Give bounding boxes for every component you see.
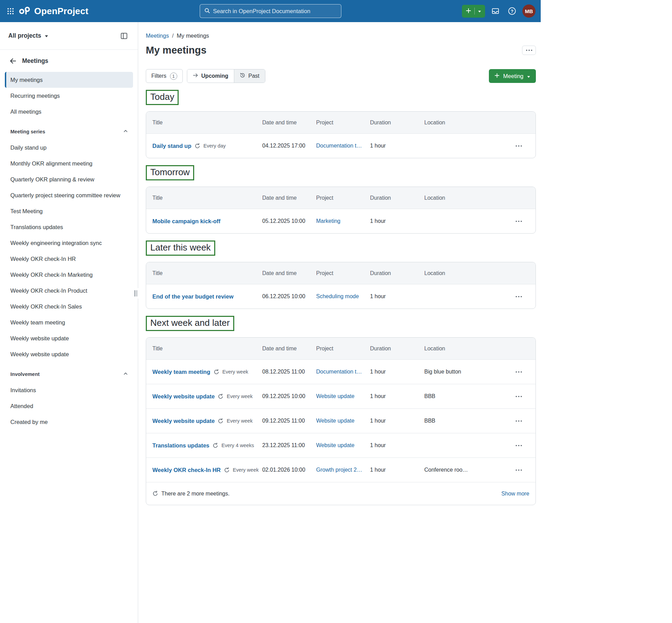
meeting-row: Weekly website updateEvery week09.12.202… <box>146 384 536 408</box>
sidebar-item-created-by-me[interactable]: Created by me <box>0 414 138 430</box>
sidebar-item-weekly-okr-check-in-sales[interactable]: Weekly OKR check-In Sales <box>0 299 138 314</box>
header-actions: ? MB <box>462 4 536 18</box>
row-actions-button[interactable] <box>512 417 525 425</box>
sidebar-item-attended[interactable]: Attended <box>0 398 138 414</box>
breadcrumb-meetings-link[interactable]: Meetings <box>146 32 169 39</box>
meeting-title-link[interactable]: Weekly OKR check-In HR <box>152 467 221 473</box>
table-footer: There are 2 more meetings.Show more <box>146 482 536 505</box>
project-link[interactable]: Growth project 2… <box>316 467 362 473</box>
app-grid-icon[interactable] <box>5 6 16 17</box>
openproject-logo[interactable]: OpenProject <box>19 6 88 17</box>
row-actions-button[interactable] <box>512 218 525 225</box>
meeting-title-link[interactable]: Weekly team meeting <box>152 369 210 375</box>
project-link[interactable]: Marketing <box>316 218 340 224</box>
sidebar-item-weekly-website-update[interactable]: Weekly website update <box>0 346 138 362</box>
openproject-logo-text: OpenProject <box>34 6 88 17</box>
meeting-datetime: 06.12.2025 10:00 <box>262 293 316 300</box>
meetings-table: TitleDate and timeProjectDurationLocatio… <box>146 187 536 234</box>
meeting-row: Weekly OKR check-In HREvery week02.01.20… <box>146 457 536 482</box>
top-header-bar: OpenProject ? MB <box>0 0 541 22</box>
project-selector-row: All projects <box>0 22 138 50</box>
user-avatar[interactable]: MB <box>522 4 536 18</box>
sidebar-item-test-meeting[interactable]: Test Meeting <box>0 203 138 219</box>
recurring-icon <box>212 443 218 449</box>
meeting-actions-cell <box>505 417 529 425</box>
meeting-project-cell: Website update <box>316 418 370 424</box>
meeting-datetime: 02.01.2026 10:00 <box>262 467 316 473</box>
column-header-date-and-time: Date and time <box>262 120 316 126</box>
row-actions-button[interactable] <box>512 142 525 150</box>
row-actions-button[interactable] <box>512 368 525 376</box>
meeting-title-link[interactable]: Daily stand up <box>152 143 191 149</box>
column-header-project: Project <box>316 270 370 276</box>
sidebar-item-weekly-okr-check-in-hr[interactable]: Weekly OKR check-In HR <box>0 251 138 267</box>
row-actions-button[interactable] <box>512 293 525 300</box>
sidebar-item-weekly-okr-check-in-product[interactable]: Weekly OKR check-In Product <box>0 283 138 299</box>
upcoming-past-toggle: Upcoming Past <box>187 69 265 83</box>
breadcrumb-current: My meetings <box>177 32 209 39</box>
meeting-duration: 1 hour <box>370 369 424 375</box>
sidebar-section-involvement[interactable]: Involvement <box>0 366 138 382</box>
sidebar-item-weekly-team-meeting[interactable]: Weekly team meeting <box>0 314 138 330</box>
meeting-title-link[interactable]: End of the year budget review <box>152 293 234 300</box>
inbox-icon[interactable] <box>489 5 502 17</box>
quick-add-button[interactable] <box>462 5 485 18</box>
sidebar-section-meeting-series[interactable]: Meeting series <box>0 124 138 140</box>
sidebar-item-weekly-okr-check-in-marketing[interactable]: Weekly OKR check-In Marketing <box>0 267 138 283</box>
tab-upcoming-label: Upcoming <box>201 73 228 79</box>
filters-button[interactable]: Filters 1 <box>146 69 183 83</box>
meeting-title-link[interactable]: Translations updates <box>152 442 209 449</box>
row-actions-button[interactable] <box>512 466 525 474</box>
sidebar-item-daily-stand-up[interactable]: Daily stand up <box>0 140 138 155</box>
project-link[interactable]: Documentation t… <box>316 143 362 149</box>
caret-down-icon <box>527 73 530 79</box>
project-link[interactable]: Scheduling mode <box>316 293 359 299</box>
collapse-sidebar-icon[interactable] <box>119 30 130 41</box>
caret-down-icon <box>45 32 48 39</box>
recurring-icon <box>214 369 219 375</box>
page-more-actions-button[interactable] <box>522 46 536 55</box>
sidebar-item-monthly-okr-alignment-meeting[interactable]: Monthly OKR alignment meeting <box>0 155 138 171</box>
recurring-icon <box>195 143 200 149</box>
sidebar-item-translations-updates[interactable]: Translations updates <box>0 219 138 235</box>
meeting-title-link[interactable]: Mobile campaign kick-off <box>152 218 220 225</box>
sidebar-item-invitations[interactable]: Invitations <box>0 382 138 398</box>
new-meeting-button[interactable]: Meeting <box>489 69 536 83</box>
meetings-table: TitleDate and timeProjectDurationLocatio… <box>146 111 536 158</box>
tab-upcoming[interactable]: Upcoming <box>187 69 234 83</box>
meetings-table: TitleDate and timeProjectDurationLocatio… <box>146 337 536 505</box>
meeting-project-cell: Growth project 2… <box>316 467 370 473</box>
tab-past[interactable]: Past <box>234 69 265 83</box>
meeting-datetime: 23.12.2025 11:00 <box>262 442 316 449</box>
project-link[interactable]: Website update <box>316 442 354 448</box>
sidebar-item-recurring-meetings[interactable]: Recurring meetings <box>0 88 138 104</box>
project-link[interactable]: Documentation t… <box>316 369 362 375</box>
project-selector[interactable]: All projects <box>8 32 48 39</box>
sidebar-menu: My meetingsRecurring meetingsAll meeting… <box>0 72 138 120</box>
meeting-duration: 1 hour <box>370 293 424 300</box>
sidebar-item-all-meetings[interactable]: All meetings <box>0 104 138 120</box>
back-arrow-icon[interactable] <box>9 57 17 65</box>
sidebar-item-weekly-engineering-integration-sync[interactable]: Weekly engineering integration sync <box>0 235 138 251</box>
sidebar-item-weekly-website-update[interactable]: Weekly website update <box>0 330 138 346</box>
project-link[interactable]: Website update <box>316 393 354 399</box>
sidebar-item-my-meetings[interactable]: My meetings <box>5 72 133 88</box>
project-link[interactable]: Website update <box>316 418 354 424</box>
row-actions-button[interactable] <box>512 393 525 400</box>
global-search-input[interactable] <box>213 8 337 15</box>
toolbar: Filters 1 Upcoming Past <box>146 69 536 83</box>
meeting-title-link[interactable]: Weekly website update <box>152 418 215 424</box>
app-window: OpenProject ? MB <box>0 0 541 623</box>
help-icon[interactable]: ? <box>506 5 518 17</box>
row-actions-button[interactable] <box>512 442 525 449</box>
meeting-datetime: 05.12.2025 10:00 <box>262 218 316 224</box>
recurring-frequency: Every week <box>233 467 259 473</box>
recurring-frequency: Every week <box>227 418 253 424</box>
sidebar-sections: Meeting seriesDaily stand upMonthly OKR … <box>0 124 138 430</box>
sidebar-item-quarterly-project-steering-committee-review[interactable]: Quarterly project steering committee rev… <box>0 187 138 203</box>
page-title: My meetings <box>146 45 207 56</box>
show-more-link[interactable]: Show more <box>501 491 529 497</box>
sidebar-item-quarterly-okr-planning-review[interactable]: Quarterly OKR planning & review <box>0 171 138 187</box>
meeting-title-link[interactable]: Weekly website update <box>152 393 215 400</box>
sidebar-resize-handle[interactable] <box>133 288 139 299</box>
